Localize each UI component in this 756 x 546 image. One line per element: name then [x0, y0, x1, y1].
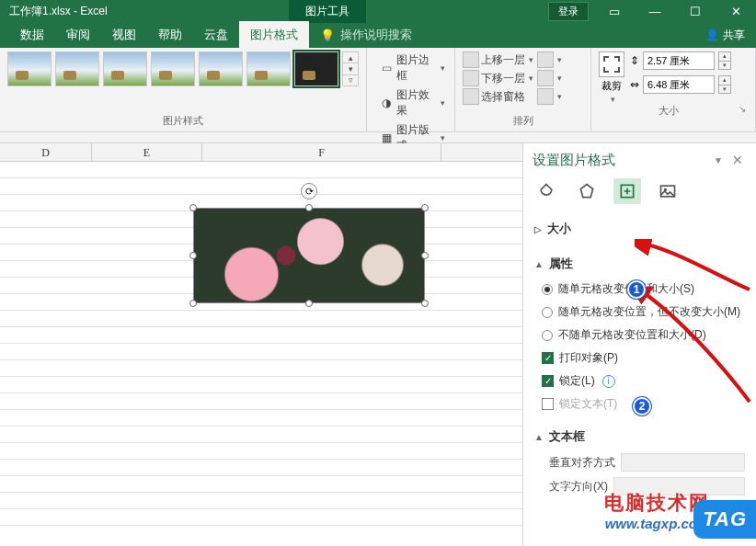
close-button[interactable]: ✕: [716, 0, 756, 22]
size-properties-icon[interactable]: [613, 178, 641, 204]
group-arrange: 上移一层▾ 下移一层▾ 选择窗格 ▾ ▾ ▾ 排列: [455, 48, 591, 131]
resize-handle-tr[interactable]: [421, 204, 429, 211]
tab-cloud[interactable]: 云盘: [193, 21, 239, 49]
section-size[interactable]: ▷大小: [534, 215, 745, 243]
crop-button[interactable]: 裁剪 ▾: [599, 51, 624, 104]
rotate-button[interactable]: ▾: [537, 88, 562, 105]
picture-effects-button[interactable]: ◑图片效果▾: [378, 86, 447, 119]
radio-no-move-size[interactable]: 不随单元格改变位置和大小(D): [534, 324, 745, 347]
text-direction-input[interactable]: [613, 477, 745, 495]
width-spinner[interactable]: ▴▾: [718, 75, 731, 94]
pane-title: 设置图片格式: [533, 152, 708, 169]
worksheet[interactable]: D E F ⟳: [0, 143, 522, 546]
maximize-button[interactable]: ☐: [675, 0, 716, 22]
col-header-E[interactable]: E: [92, 143, 202, 161]
bring-forward-button[interactable]: 上移一层▾: [463, 51, 533, 68]
window-title: 工作簿1.xlsx - Excel: [0, 4, 108, 19]
radio-icon: [542, 330, 553, 341]
fill-line-icon[interactable]: [533, 178, 560, 204]
pane-category-icons: [523, 175, 756, 211]
selected-picture[interactable]: ⟳: [193, 208, 425, 303]
resize-handle-r[interactable]: [421, 252, 429, 259]
column-headers: D E F: [0, 143, 522, 162]
info-icon[interactable]: i: [602, 375, 615, 388]
col-header-F[interactable]: F: [202, 143, 441, 161]
titlebar: 工作簿1.xlsx - Excel 图片工具 登录 ▭ — ☐ ✕: [0, 0, 756, 22]
resize-handle-br[interactable]: [421, 300, 429, 307]
selection-icon: [463, 88, 479, 105]
resize-handle-b[interactable]: [305, 300, 313, 307]
rotate-handle[interactable]: ⟳: [301, 183, 317, 199]
style-thumb-4[interactable]: [151, 51, 195, 86]
resize-handle-tl[interactable]: [189, 204, 197, 211]
flowers-image: [194, 209, 424, 302]
backward-icon: [463, 70, 479, 86]
tab-picture-format[interactable]: 图片格式: [239, 21, 309, 49]
ribbon-options-icon[interactable]: ▭: [594, 0, 635, 22]
crop-icon: [599, 51, 624, 77]
vertical-align-input[interactable]: [621, 453, 745, 472]
group-icon: [537, 70, 554, 86]
group-picture-adjust: ▭图片边框▾ ◑图片效果▾ ▦图片版式▾ ↘: [367, 48, 455, 131]
chevron-down-icon: ▲: [534, 432, 544, 442]
share-button[interactable]: 👤 共享: [705, 28, 745, 43]
style-thumb-6[interactable]: [246, 51, 291, 86]
send-backward-button[interactable]: 下移一层▾: [463, 70, 533, 86]
checkbox-print[interactable]: ✓打印对象(P): [534, 347, 745, 370]
ribbon-tabs: 数据 审阅 视图 帮助 云盘 图片格式 💡 操作说明搜索 👤 共享: [0, 22, 756, 48]
tell-me-search[interactable]: 💡 操作说明搜索: [309, 21, 423, 49]
chevron-down-icon: ▲: [534, 259, 544, 269]
checkbox-lock[interactable]: ✓锁定(L)i: [534, 370, 745, 392]
dialog-launcher-size[interactable]: ↘: [739, 104, 748, 119]
width-input[interactable]: 6.48 厘米: [643, 75, 715, 94]
login-button[interactable]: 登录: [548, 2, 589, 21]
style-thumb-1[interactable]: [7, 51, 52, 86]
contextual-tab-label: 图片工具: [289, 0, 366, 23]
effects-icon[interactable]: [573, 178, 601, 204]
height-spinner[interactable]: ▴▾: [718, 51, 731, 70]
selection-pane-button[interactable]: 选择窗格: [463, 88, 533, 105]
style-thumb-7[interactable]: [294, 51, 338, 86]
chevron-right-icon: ▷: [534, 224, 542, 234]
section-textbox[interactable]: ▲文本框: [534, 423, 745, 450]
group-picture-styles: ▴▾▿ 图片样式: [0, 48, 367, 131]
tab-data[interactable]: 数据: [9, 21, 55, 49]
resize-handle-l[interactable]: [189, 252, 197, 259]
minimize-button[interactable]: —: [635, 0, 675, 22]
style-thumb-5[interactable]: [199, 51, 243, 86]
chevron-down-icon: ▾: [611, 95, 615, 104]
chevron-down-icon: ▾: [441, 98, 445, 108]
picture-icon[interactable]: [654, 178, 682, 204]
chevron-down-icon: ▾: [441, 63, 445, 73]
align-icon: [537, 51, 554, 68]
radio-icon: [542, 307, 553, 318]
ribbon: ▴▾▿ 图片样式 ▭图片边框▾ ◑图片效果▾ ▦图片版式▾ ↘ 上移一层▾ 下移…: [0, 48, 756, 132]
workarea: D E F ⟳ 设置图片格式: [0, 143, 756, 546]
align-button[interactable]: ▾: [537, 51, 562, 68]
resize-handle-bl[interactable]: [189, 300, 197, 307]
resize-handle-t[interactable]: [305, 204, 313, 211]
border-icon: ▭: [380, 61, 393, 75]
tab-review[interactable]: 审阅: [55, 21, 101, 49]
height-input[interactable]: 2.57 厘米: [643, 51, 715, 70]
radio-move-nosize[interactable]: 随单元格改变位置，但不改变大小(M): [534, 301, 745, 324]
chevron-down-icon: ▾: [441, 133, 445, 142]
col-header-D[interactable]: D: [0, 143, 92, 161]
effects-icon: ◑: [380, 96, 393, 110]
pane-options-button[interactable]: ▼: [708, 154, 728, 167]
group-button[interactable]: ▾: [537, 70, 562, 86]
tag-badge: TAG: [693, 500, 756, 539]
tab-view[interactable]: 视图: [101, 21, 147, 49]
pane-close-button[interactable]: ✕: [728, 151, 747, 169]
picture-border-button[interactable]: ▭图片边框▾: [378, 51, 447, 85]
checkbox-icon: ✓: [542, 352, 554, 364]
tab-help[interactable]: 帮助: [147, 21, 193, 49]
style-thumb-2[interactable]: [55, 51, 99, 86]
checkbox-icon: ✓: [542, 375, 554, 387]
gallery-more-button[interactable]: ▴▾▿: [342, 51, 359, 86]
annotation-badge-1: 1: [627, 280, 646, 299]
col-header-blank[interactable]: [441, 143, 522, 161]
section-properties[interactable]: ▲属性: [534, 250, 745, 278]
style-thumb-3[interactable]: [103, 51, 147, 86]
text-direction-row: 文字方向(X): [549, 474, 745, 498]
